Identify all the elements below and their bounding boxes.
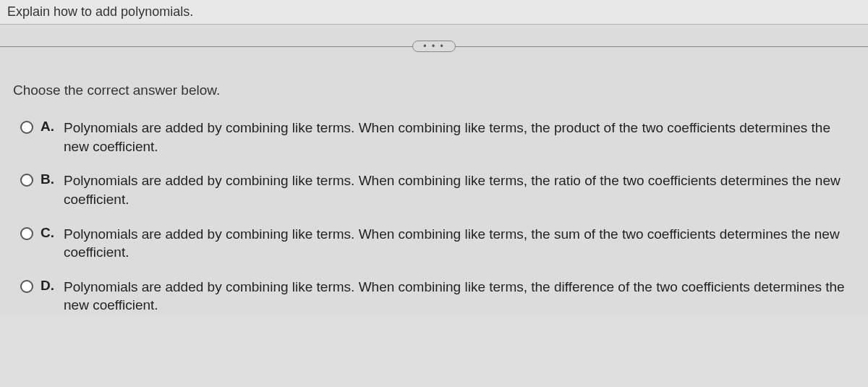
option-letter: C.	[41, 225, 56, 241]
radio-a[interactable]	[20, 121, 33, 134]
option-body: A. Polynomials are added by combining li…	[41, 119, 845, 156]
option-body: B. Polynomials are added by combining li…	[41, 171, 845, 208]
radio-d[interactable]	[20, 280, 33, 293]
question-text: Explain how to add polynomials.	[7, 4, 193, 19]
option-text: Polynomials are added by combining like …	[64, 225, 845, 262]
radio-c[interactable]	[20, 227, 33, 240]
option-text: Polynomials are added by combining like …	[64, 278, 845, 315]
option-letter: A.	[41, 119, 56, 135]
instruction-text: Choose the correct answer below.	[0, 68, 868, 111]
content-area: • • • Choose the correct answer below. A…	[0, 25, 868, 315]
option-body: C. Polynomials are added by combining li…	[41, 225, 845, 262]
radio-b[interactable]	[20, 174, 33, 187]
divider-row: • • •	[0, 25, 868, 68]
question-prompt: Explain how to add polynomials.	[0, 0, 868, 25]
option-text: Polynomials are added by combining like …	[64, 119, 845, 156]
options-list: A. Polynomials are added by combining li…	[0, 111, 868, 315]
option-letter: D.	[41, 278, 56, 294]
more-icon: • • •	[423, 41, 444, 51]
option-d[interactable]: D. Polynomials are added by combining li…	[20, 278, 848, 315]
more-button[interactable]: • • •	[412, 41, 455, 52]
option-a[interactable]: A. Polynomials are added by combining li…	[20, 119, 848, 156]
option-b[interactable]: B. Polynomials are added by combining li…	[20, 171, 848, 208]
option-letter: B.	[41, 171, 56, 187]
option-body: D. Polynomials are added by combining li…	[41, 278, 845, 315]
option-c[interactable]: C. Polynomials are added by combining li…	[20, 225, 848, 262]
option-text: Polynomials are added by combining like …	[64, 171, 845, 208]
